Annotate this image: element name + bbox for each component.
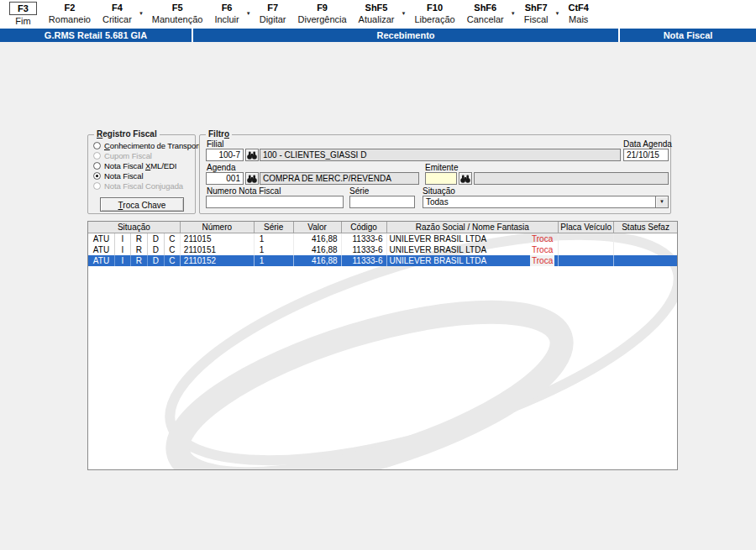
agenda-label: Agenda — [207, 163, 235, 172]
radio-icon — [93, 172, 101, 180]
troca-badge: Troca — [532, 244, 553, 255]
situacao-select[interactable]: Todas — [423, 196, 669, 208]
binoculars-icon — [247, 175, 257, 183]
filial-lookup-button[interactable] — [245, 149, 259, 161]
radio-icon — [93, 152, 101, 160]
cell-situacao: ATUIRDC — [88, 255, 181, 266]
emitente-lookup-button[interactable] — [459, 172, 472, 185]
dropdown-caret-icon[interactable] — [401, 11, 406, 16]
header-status-sefaz[interactable]: Status Sefaz — [614, 222, 677, 233]
troca-badge: Troca — [530, 255, 554, 266]
cell-codigo: 11333-6 — [342, 233, 387, 244]
dropdown-caret-icon[interactable] — [246, 11, 251, 16]
cell-codigo: 11333-6 — [342, 255, 387, 266]
cell-razao-social: UNILEVER BRASIL LTDATroca — [387, 255, 559, 266]
header-codigo[interactable]: Código — [342, 222, 387, 233]
emitente-code-input[interactable] — [425, 172, 457, 185]
toolbar-button-cancelar[interactable]: ShF6 Cancelar — [461, 2, 518, 25]
cell-valor: 416,88 — [294, 233, 342, 244]
cell-serie: 1 — [255, 255, 294, 266]
cell-status-sefaz — [614, 233, 677, 244]
toolbar-button-fiscal[interactable]: ShF7 Fiscal — [518, 2, 563, 25]
serie-label: Série — [349, 186, 369, 196]
serie-input[interactable] — [349, 196, 415, 208]
screen-title: Recebimento — [193, 29, 618, 42]
numero-nota-fiscal-label: Numero Nota Fiscal — [207, 186, 281, 196]
header-razao-social[interactable]: Razão Social / Nome Fantasia — [387, 222, 559, 233]
filial-code-input[interactable] — [206, 149, 244, 161]
cell-status-sefaz — [614, 244, 677, 255]
registro-fiscal-groupbox: Registro Fiscal Conhecimento de Transpor… — [87, 134, 196, 214]
data-agenda-label: Data Agenda — [623, 139, 672, 149]
table-row-selected[interactable]: ATUIRDC 2110152 1 416,88 11333-6 UNILEVE… — [88, 255, 677, 266]
table-row[interactable]: ATUIRDC 2110151 1 416,88 11333-6 UNILEVE… — [88, 244, 677, 255]
situacao-label: Situação — [423, 186, 455, 196]
emitente-name-field — [474, 172, 669, 185]
app-window: F3 Fim F2 Romaneio F4 Criticar F5 Manute… — [0, 0, 756, 550]
toolbar-button-fim[interactable]: F3 Fim — [3, 2, 43, 27]
cell-placa-veiculo — [559, 233, 614, 244]
header-numero[interactable]: Número — [181, 222, 255, 233]
cell-razao-social: UNILEVER BRASIL LTDATroca — [387, 244, 559, 255]
toolbar-button-manutencao[interactable]: F5 Manutenção — [146, 2, 209, 25]
title-bar: G.RMS Retail 5.681 GIA Recebimento Nota … — [0, 29, 756, 42]
toolbar-button-incluir[interactable]: F6 Incluir — [208, 2, 253, 25]
cell-placa-veiculo — [559, 244, 614, 255]
data-agenda-input[interactable] — [623, 149, 669, 161]
cell-situacao: ATUIRDC — [88, 233, 181, 244]
toolbar-button-liberacao[interactable]: F10 Liberação — [408, 2, 460, 25]
app-title: G.RMS Retail 5.681 GIA — [0, 29, 192, 42]
radio-icon — [93, 182, 101, 190]
agenda-name-field: COMPRA DE MERC.P/REVENDA — [260, 172, 419, 185]
agenda-lookup-button[interactable] — [245, 172, 259, 185]
table-row[interactable]: ATUIRDC 211015 1 416,88 11333-6 UNILEVER… — [88, 233, 677, 244]
header-serie[interactable]: Série — [255, 222, 294, 233]
groupbox-title: Filtro — [206, 129, 232, 139]
cell-numero: 2110151 — [181, 244, 255, 255]
cell-serie: 1 — [255, 233, 294, 244]
radio-cupom-fiscal: Cupom Fiscal — [93, 151, 152, 160]
cell-situacao: ATUIRDC — [88, 244, 181, 255]
toolbar-button-criticar[interactable]: F4 Criticar — [97, 2, 146, 25]
troca-badge: Troca — [532, 233, 553, 244]
filial-label: Filial — [207, 139, 224, 149]
toolbar-button-atualizar[interactable]: ShF5 Atualizar — [353, 2, 409, 25]
cell-serie: 1 — [255, 244, 294, 255]
radio-nota-fiscal[interactable]: Nota Fiscal — [93, 171, 143, 181]
combo-dropdown-icon[interactable] — [655, 196, 668, 207]
cell-status-sefaz — [614, 255, 677, 266]
toolbar: F3 Fim F2 Romaneio F4 Criticar F5 Manute… — [0, 0, 756, 29]
cell-valor: 416,88 — [294, 255, 342, 266]
toolbar-button-romaneio[interactable]: F2 Romaneio — [43, 2, 97, 25]
cell-placa-veiculo — [559, 255, 614, 266]
header-valor[interactable]: Valor — [294, 222, 342, 233]
radio-nota-fiscal-conjugada: Nota Fiscal Conjugada — [93, 181, 183, 191]
radio-nota-fiscal-xml-edi[interactable]: Nota Fiscal XML/EDI — [93, 161, 176, 170]
dropdown-caret-icon[interactable] — [511, 11, 516, 16]
radio-icon — [93, 142, 101, 149]
header-placa-veiculo[interactable]: Placa Veículo — [559, 222, 614, 233]
filtro-groupbox: Filtro Filial 100 - CLIENTES_GIASSI D Da… — [199, 134, 671, 214]
binoculars-icon — [460, 175, 470, 183]
agenda-code-input[interactable] — [206, 172, 244, 185]
cell-numero: 211015 — [181, 233, 255, 244]
cell-codigo: 11333-6 — [342, 244, 387, 255]
dropdown-caret-icon[interactable] — [555, 11, 560, 16]
nota-fiscal-table: Situação Número Série Valor Código Razão… — [87, 221, 678, 470]
binoculars-icon — [247, 151, 257, 160]
context-title: Nota Fiscal — [620, 29, 756, 42]
dropdown-caret-icon[interactable] — [139, 11, 144, 16]
table-header-row: Situação Número Série Valor Código Razão… — [88, 222, 677, 233]
filial-name-field: 100 - CLIENTES_GIASSI D — [260, 149, 621, 161]
numero-nota-fiscal-input[interactable] — [206, 196, 344, 208]
toolbar-button-mais[interactable]: CtF4 Mais — [563, 2, 595, 25]
cell-valor: 416,88 — [294, 244, 342, 255]
header-situacao[interactable]: Situação — [88, 222, 181, 233]
radio-conhecimento-de-transporte[interactable]: Conhecimento de Transporte — [93, 141, 205, 150]
cell-numero: 2110152 — [181, 255, 255, 266]
troca-chave-button[interactable]: Troca Chave — [100, 197, 184, 212]
groupbox-title: Registro Fiscal — [94, 129, 160, 139]
toolbar-button-digitar[interactable]: F7 Digitar — [254, 2, 292, 25]
emitente-label: Emitente — [425, 163, 458, 172]
toolbar-button-divergencia[interactable]: F9 Divergência — [292, 2, 353, 25]
